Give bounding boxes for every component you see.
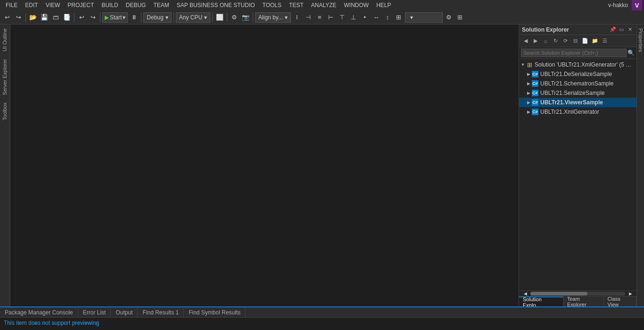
se-tab-solution-explorer[interactable]: Solution Explo... <box>519 296 563 306</box>
menu-tools[interactable]: TOOLS <box>259 1 285 9</box>
toolbar-settings-btn[interactable]: ⚙ <box>444 12 454 23</box>
toolbar-debug-dropdown[interactable]: Debug ▾ <box>143 12 171 23</box>
menu-file[interactable]: FILE <box>2 1 21 9</box>
toolbar-tall-btn[interactable]: ↕ <box>382 12 393 23</box>
menu-project[interactable]: PROJECT <box>64 1 98 9</box>
tab-el-label: Error List <box>83 309 106 316</box>
se-search-input[interactable] <box>521 49 627 57</box>
menu-edit[interactable]: EDIT <box>21 1 41 9</box>
tab-package-manager[interactable]: Package Manager Console <box>0 307 78 317</box>
toolbar-open-btn[interactable]: 📂 <box>28 12 38 23</box>
tab-find-symbol[interactable]: Find Symbol Results <box>184 307 246 317</box>
menu-sap[interactable]: SAP BUSINESS ONE STUDIO <box>173 1 259 9</box>
toolbar-align2-btn[interactable]: I <box>292 12 302 23</box>
se-tab-class-view[interactable]: Class View <box>604 296 636 306</box>
se-sync-btn[interactable]: ⟳ <box>561 36 570 46</box>
toolbar-forward-btn[interactable]: ↪ <box>13 12 24 23</box>
tab-server-explorer[interactable]: Server Explorer <box>0 55 10 99</box>
vs-logo: V <box>632 0 642 10</box>
toolbar-code-btn[interactable]: ⚙ <box>229 12 239 23</box>
se-search-bar: 🔍 <box>519 47 636 59</box>
se-scroll-thumb[interactable] <box>530 292 587 296</box>
menu-test[interactable]: TEST <box>285 1 307 9</box>
toolbar-undo-btn[interactable]: ↩ <box>76 12 87 23</box>
se-tree: ▼ ⊞ Solution 'UBLTr21.XmlGenerator' (5 p… <box>519 59 636 290</box>
tree-arrow-4: ▶ <box>526 109 531 115</box>
toolbar-grid-btn[interactable]: ⊞ <box>394 12 404 23</box>
se-scroll-track[interactable] <box>530 292 625 296</box>
tab-out-label: Output <box>116 309 132 316</box>
menu-analyze[interactable]: ANALYZE <box>307 1 340 9</box>
toolbar-save-all-btn[interactable]: 🗃 <box>50 12 61 23</box>
cpu-arrow: ▾ <box>204 14 207 21</box>
toolbar-redo-btn[interactable]: ↪ <box>88 12 98 23</box>
tab-toolbox[interactable]: Toolbox <box>0 99 10 124</box>
toolbar-extra2-btn[interactable]: ⊞ <box>455 12 465 23</box>
tree-item-viewer[interactable]: ▶ C# UBLTr21.ViewerSample <box>519 98 636 107</box>
toolbar-extra-dropdown[interactable]: ▾ <box>405 12 443 23</box>
tree-item-deserialize[interactable]: ▶ C# UBLTr21.DeSerializeSample <box>519 69 636 79</box>
se-back-btn[interactable]: ◀ <box>521 36 530 46</box>
menu-window[interactable]: WINDOW <box>340 1 373 9</box>
se-newfile-btn[interactable]: 📄 <box>580 36 590 46</box>
user-name: v-hakko <box>608 2 628 8</box>
se-forward-btn[interactable]: ▶ <box>531 36 540 46</box>
properties-label[interactable]: Properties <box>637 26 644 54</box>
tree-item-schematron[interactable]: ▶ C# UBLTr21.SchematronSample <box>519 79 636 88</box>
extra-arrow: ▾ <box>410 14 413 21</box>
toolbar-left-btn[interactable]: ⊣ <box>303 12 314 23</box>
tab-find-results[interactable]: Find Results 1 <box>138 307 184 317</box>
menu-help[interactable]: HELP <box>372 1 395 9</box>
toolbar-right-btn[interactable]: ⊢ <box>326 12 336 23</box>
toolbar-save-btn[interactable]: 💾 <box>39 12 50 23</box>
center-area <box>10 25 519 306</box>
se-close-btn[interactable]: ✕ <box>626 26 634 34</box>
play-icon: ▶ <box>105 14 109 21</box>
properties-tab: Properties <box>636 25 644 306</box>
tree-item-xmlgen[interactable]: ▶ C# UBLTr21.XmlGenerator <box>519 107 636 117</box>
toolbar-wide-btn[interactable]: ↔ <box>371 12 381 23</box>
start-dropdown-arrow: ▾ <box>123 14 125 21</box>
toolbar-mid-btn[interactable]: ⊥ <box>348 12 359 23</box>
toolbar-center-btn[interactable]: ≡ <box>314 12 325 23</box>
menu-view[interactable]: VIEW <box>42 1 64 9</box>
tree-label-1: UBLTr21.SchematronSample <box>540 80 613 87</box>
toolbar-window-btn[interactable]: ⬜ <box>215 12 225 23</box>
se-tab-team-explorer[interactable]: Team Explorer <box>563 296 604 306</box>
se-home-btn[interactable]: ⌂ <box>541 36 550 46</box>
menu-right: v-hakko V <box>608 0 642 10</box>
toolbar-back-btn[interactable]: ↩ <box>2 12 12 23</box>
menu-bar: FILE EDIT VIEW PROJECT BUILD DEBUG TEAM … <box>0 0 644 10</box>
se-tab-class-label: Class View <box>608 296 632 307</box>
tree-item-serialize[interactable]: ▶ C# UBLTr21.SerializeSample <box>519 88 636 98</box>
cpu-label: Any CPU <box>179 14 202 21</box>
toolbar-bot-btn[interactable]: • <box>360 12 370 23</box>
tab-output[interactable]: Output <box>111 307 138 317</box>
menu-build[interactable]: BUILD <box>98 1 122 9</box>
menu-debug[interactable]: DEBUG <box>122 1 150 9</box>
toolbar-pause-btn[interactable]: ⏸ <box>129 12 139 23</box>
toolbar-cpu-dropdown[interactable]: Any CPU ▾ <box>176 12 210 23</box>
tab-ui-outline[interactable]: UI Outline <box>0 25 10 55</box>
toolbar-cam-btn[interactable]: 📷 <box>240 12 251 23</box>
tab-pm-label: Package Manager Console <box>5 309 73 316</box>
tab-error-list[interactable]: Error List <box>78 307 111 317</box>
tree-label-2: UBLTr21.SerializeSample <box>540 90 605 96</box>
toolbar: ↩ ↪ 📂 💾 🗃 📑 ↩ ↪ ▶ Start ▾ ⏸ Debug ▾ Any … <box>0 10 644 25</box>
menu-team[interactable]: TEAM <box>149 1 173 9</box>
se-filter-btn[interactable]: ☰ <box>600 36 610 46</box>
toolbar-align-dropdown[interactable]: Align by... ▾ <box>255 12 291 23</box>
se-dock-btn[interactable]: ▭ <box>618 26 625 34</box>
se-newdir-btn[interactable]: 📁 <box>590 36 600 46</box>
se-refresh-btn[interactable]: ↻ <box>551 36 560 46</box>
se-pin-btn[interactable]: 📌 <box>609 26 617 34</box>
se-scrollbar[interactable]: ◀ ▶ <box>519 290 636 296</box>
left-tabs: UI Outline Server Explorer Toolbox <box>0 25 10 306</box>
toolbar-floppy-btn[interactable]: 📑 <box>62 12 72 23</box>
toolbar-start-dropdown[interactable]: ▶ Start ▾ <box>102 12 128 23</box>
toolbar-top-btn[interactable]: ⊤ <box>337 12 347 23</box>
se-collapse-btn[interactable]: ⊟ <box>570 36 580 46</box>
tree-solution-root[interactable]: ▼ ⊞ Solution 'UBLTr21.XmlGenerator' (5 p… <box>519 60 636 69</box>
align-label: Align by... <box>258 14 283 21</box>
toolbar-sep7 <box>227 13 227 22</box>
